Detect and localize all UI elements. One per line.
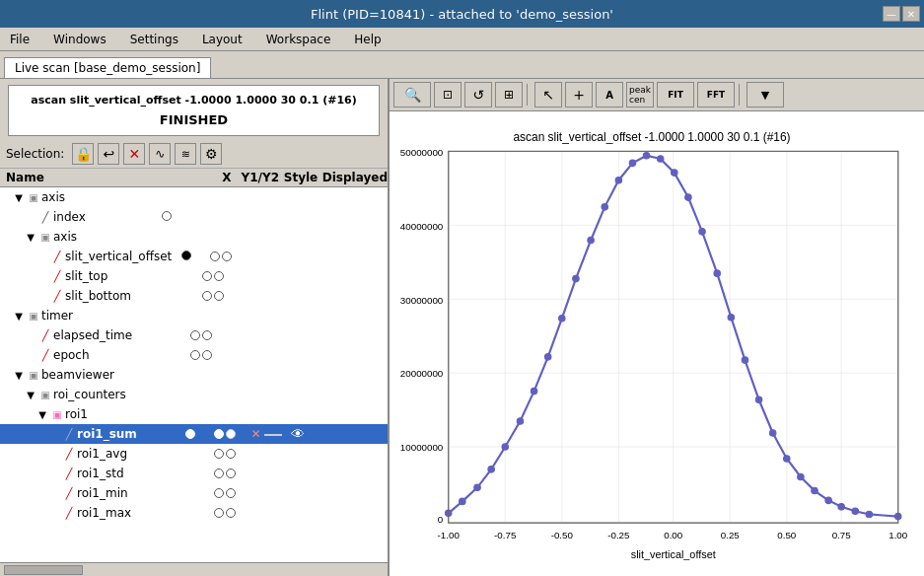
displayed-cell: 👁	[289, 426, 388, 442]
y2-radio[interactable]	[226, 488, 236, 498]
crosshair-button[interactable]: +	[565, 82, 593, 108]
y1-radio[interactable]	[190, 330, 200, 340]
menu-file[interactable]: File	[4, 31, 36, 48]
tree-row[interactable]: ▼ ▣ beamviewer	[0, 365, 388, 385]
toggle-axis2[interactable]: ▼	[24, 232, 37, 243]
tree-row[interactable]: ╱ roi1_std	[0, 464, 388, 483]
curve-button[interactable]: ∿	[149, 143, 171, 165]
y1-radio[interactable]	[214, 468, 224, 478]
svg-text:-0.75: -0.75	[494, 530, 517, 540]
toggle-axis1[interactable]: ▼	[12, 192, 26, 203]
svg-text:0.25: 0.25	[721, 530, 741, 540]
tree-row[interactable]: ▼ ▣ axis	[0, 227, 388, 247]
tree-row[interactable]: ╱ index	[0, 207, 388, 227]
y2-radio[interactable]	[214, 291, 224, 301]
eye-icon[interactable]: 👁	[291, 426, 305, 442]
scan-button[interactable]: ≋	[175, 143, 196, 165]
svg-point-35	[474, 484, 481, 491]
menu-windows[interactable]: Windows	[47, 31, 112, 48]
tree-row[interactable]: ▼ ▣ roi_counters	[0, 385, 388, 404]
y2-radio[interactable]	[202, 330, 212, 340]
undo-button[interactable]: ↩	[98, 143, 119, 165]
y2-radio[interactable]	[226, 468, 236, 478]
y1-radio[interactable]	[214, 449, 224, 459]
pan-button[interactable]: ⊡	[434, 82, 462, 108]
y1-radio[interactable]	[214, 488, 224, 498]
y1-radio[interactable]	[202, 271, 212, 281]
x-radio[interactable]	[181, 251, 191, 260]
node-label: roi1	[65, 407, 164, 421]
tree-row[interactable]: ╱ slit_vertical_offset	[0, 247, 388, 266]
peakcen-button[interactable]: peakcen	[626, 82, 654, 108]
y1-radio[interactable]	[214, 508, 224, 518]
menu-layout[interactable]: Layout	[196, 31, 249, 48]
fft-button[interactable]: FFT	[697, 82, 735, 108]
tree-row-selected[interactable]: ╱ roi1_sum ✕ 👁	[0, 424, 388, 444]
menu-workspace[interactable]: Workspace	[260, 31, 337, 48]
y2-radio[interactable]	[226, 449, 236, 459]
menu-help[interactable]: Help	[348, 31, 387, 48]
col-x: X	[212, 171, 241, 184]
svg-text:30000000: 30000000	[400, 295, 444, 306]
tree-row[interactable]: ╱ slit_top	[0, 266, 388, 286]
peak-button[interactable]: A	[596, 82, 623, 108]
remove-icon[interactable]: ✕	[251, 427, 261, 441]
y1-radio[interactable]	[210, 252, 220, 261]
fit-button[interactable]: FIT	[657, 82, 694, 108]
y2-radio[interactable]	[214, 271, 224, 281]
tree-row[interactable]: ╱ roi1_min	[0, 483, 388, 503]
svg-text:20000000: 20000000	[400, 368, 444, 379]
toggle-beamviewer[interactable]: ▼	[12, 370, 26, 381]
remove-button[interactable]: ✕	[123, 143, 145, 165]
main-layout: ascan slit_vertical_offset -1.0000 1.000…	[0, 79, 924, 576]
y2-radio[interactable]	[222, 252, 232, 261]
tree-row[interactable]: ╱ slit_bottom	[0, 286, 388, 306]
right-panel: 🔍 ⊡ ↺ ⊞ ↖ + A peakcen FIT FFT ▼ ascan sl…	[390, 79, 924, 576]
node-label: roi1_max	[77, 506, 176, 520]
menu-settings[interactable]: Settings	[124, 31, 184, 48]
scan-command: ascan slit_vertical_offset -1.0000 1.000…	[13, 94, 375, 107]
scan-status: FINISHED	[13, 112, 375, 127]
y2-radio[interactable]	[202, 350, 212, 360]
node-label: slit_bottom	[65, 289, 164, 303]
signal-icon: ╱	[37, 211, 53, 224]
y1-radio[interactable]	[190, 350, 200, 360]
zoom-button[interactable]: 🔍	[393, 82, 431, 108]
toggle-timer[interactable]: ▼	[12, 311, 26, 322]
more-button[interactable]: ▼	[746, 82, 784, 108]
tree-row[interactable]: ╱ elapsed_time	[0, 325, 388, 345]
y2-radio[interactable]	[226, 429, 236, 439]
x-radio[interactable]	[162, 211, 172, 221]
tree-row[interactable]: ╱ roi1_max	[0, 503, 388, 523]
toggle-roi-counters[interactable]: ▼	[24, 390, 37, 400]
y2-radio[interactable]	[226, 508, 236, 518]
tree-row[interactable]: ▼ ▣ roi1	[0, 404, 388, 424]
svg-point-62	[852, 508, 859, 515]
minimize-button[interactable]: —	[883, 6, 900, 22]
toggle-roi1[interactable]: ▼	[36, 409, 49, 420]
y1-radio[interactable]	[214, 429, 224, 439]
tree-scrollbar-x[interactable]	[0, 562, 388, 576]
scan-info: ascan slit_vertical_offset -1.0000 1.000…	[8, 85, 380, 136]
node-label: slit_vertical_offset	[65, 250, 172, 263]
config-button[interactable]: ⚙	[200, 143, 222, 165]
grid-button[interactable]: ⊞	[495, 82, 523, 108]
col-y: Y1/Y2	[241, 171, 279, 184]
y1-radio[interactable]	[202, 291, 212, 301]
x-radio[interactable]	[185, 429, 195, 439]
lock-button[interactable]: 🔒	[72, 143, 94, 165]
svg-point-61	[838, 504, 845, 511]
refresh-button[interactable]: ↺	[464, 82, 492, 108]
pointer-button[interactable]: ↖	[534, 82, 562, 108]
close-button[interactable]: ✕	[902, 6, 920, 22]
tree-row[interactable]: ╱ roi1_avg	[0, 444, 388, 464]
title-bar: Flint (PID=10841) - attached to 'demo_se…	[0, 0, 924, 28]
tree-row[interactable]: ▼ ▣ axis	[0, 187, 388, 207]
svg-text:-0.25: -0.25	[607, 530, 630, 540]
folder-icon: ▣	[37, 232, 53, 243]
node-label: timer	[41, 309, 140, 323]
tab-live-scan[interactable]: Live scan [base_demo_session]	[4, 57, 211, 78]
tree-row[interactable]: ▼ ▣ timer	[0, 306, 388, 325]
svg-point-36	[488, 467, 495, 473]
tree-row[interactable]: ╱ epoch	[0, 345, 388, 365]
